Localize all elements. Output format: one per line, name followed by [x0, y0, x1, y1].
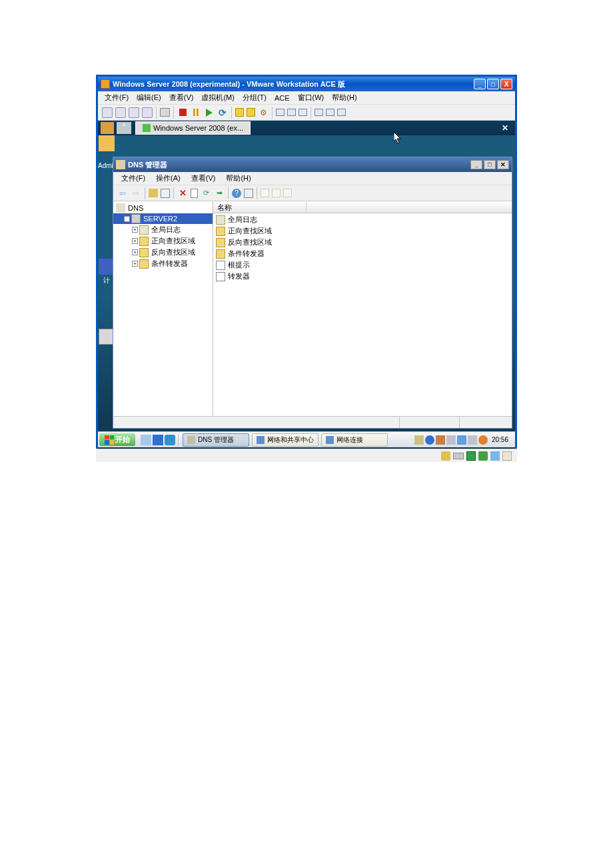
list-item[interactable]: 根提示	[213, 259, 512, 271]
dns-menu-help[interactable]: 帮助(H)	[221, 173, 256, 183]
list-icon[interactable]	[272, 189, 281, 197]
taskbar-network-center[interactable]: 网络和共享中心	[252, 433, 318, 447]
tree-global-log[interactable]: + 全局日志	[113, 224, 213, 235]
collapse-icon[interactable]: -	[124, 216, 130, 222]
sidebar-tab-icon[interactable]: ≡	[117, 122, 131, 134]
dns-titlebar[interactable]: DNS 管理器 _ □ ✕	[113, 157, 512, 172]
refresh-button[interactable]: ⟳	[217, 107, 228, 118]
tree-conditional-forwarder[interactable]: + 条件转发器	[113, 258, 213, 269]
tray-icon[interactable]	[457, 435, 466, 445]
unity-icon[interactable]	[314, 109, 323, 116]
list-item[interactable]: 转发器	[213, 271, 512, 282]
export-icon[interactable]: ➡	[214, 188, 225, 199]
menu-file[interactable]: 文件(F)	[101, 93, 133, 103]
expand-icon[interactable]: +	[132, 238, 138, 244]
menu-vm[interactable]: 虚拟机(M)	[197, 93, 239, 103]
list-item[interactable]: 全局日志	[213, 214, 512, 225]
menu-group[interactable]: 分组(T)	[239, 93, 271, 103]
outer-titlebar[interactable]: Windows Server 2008 (experimental) - VMw…	[98, 77, 515, 91]
close-button[interactable]: X	[500, 79, 512, 89]
help-icon[interactable]: ?	[232, 189, 241, 198]
disk-icon[interactable]	[102, 107, 113, 118]
taskbar-network-connections[interactable]: 网络连接	[321, 433, 388, 447]
properties-icon[interactable]	[161, 189, 170, 198]
disk-icon[interactable]	[115, 107, 126, 118]
dns-minimize-button[interactable]: _	[470, 160, 482, 169]
snapshot-icon[interactable]	[247, 108, 255, 117]
monitor-icon[interactable]	[160, 108, 170, 117]
tray-network-icon[interactable]	[468, 435, 477, 445]
tree-forward-zone[interactable]: + 正向查找区域	[113, 235, 213, 247]
start-button[interactable]: 开始	[99, 433, 135, 446]
menu-ace[interactable]: ACE	[271, 94, 294, 102]
desktop-folder-icon[interactable]	[98, 135, 115, 153]
list-item[interactable]: 正向查找区域	[213, 225, 512, 237]
vm-usb-icon[interactable]	[502, 451, 512, 461]
nav-icon[interactable]	[142, 107, 153, 118]
expand-icon[interactable]: +	[132, 261, 138, 267]
menu-view[interactable]: 查看(V)	[165, 93, 198, 103]
home-tab-icon[interactable]	[101, 122, 114, 134]
tray-clock[interactable]: 20:56	[489, 436, 511, 443]
vm-disk-icon[interactable]	[453, 453, 464, 459]
folder-icon	[139, 237, 149, 246]
ie-icon[interactable]	[165, 435, 175, 445]
filter-icon[interactable]	[244, 189, 253, 198]
fullscreen-icon[interactable]	[326, 109, 334, 116]
back-icon[interactable]: ⇦	[117, 188, 128, 199]
refresh-icon[interactable]: ⟳	[201, 188, 211, 199]
vm-cdrom-icon[interactable]	[466, 451, 476, 461]
expand-icon[interactable]: +	[132, 249, 138, 255]
dns-menu-file[interactable]: 文件(F)	[116, 173, 151, 183]
play-button[interactable]	[204, 107, 215, 118]
minimize-button[interactable]: _	[474, 79, 486, 89]
menu-help[interactable]: 帮助(H)	[328, 93, 360, 103]
tray-icon[interactable]	[446, 435, 456, 445]
vm-tab[interactable]: Windows Server 2008 (ex...	[135, 121, 251, 135]
explorer-icon[interactable]	[153, 435, 163, 445]
column-name[interactable]: 名称	[213, 201, 306, 213]
guest-desktop[interactable]: Admin 计 DNS 管理器 _ □ ✕ 文件(F) 操作(A) 查看(V) …	[98, 135, 515, 462]
view-icon[interactable]	[299, 109, 307, 116]
forward-icon[interactable]: ⇨	[131, 188, 141, 199]
dns-close-button[interactable]: ✕	[497, 160, 509, 169]
list-icon[interactable]	[261, 189, 269, 197]
up-folder-icon[interactable]	[149, 189, 158, 197]
list-item[interactable]: 反向查找区域	[213, 237, 512, 248]
dns-tree-panel[interactable]: DNS - SERVER2 + 全局日志 +	[113, 201, 213, 416]
dns-menu-action[interactable]: 操作(A)	[151, 173, 186, 183]
view-icon[interactable]	[276, 109, 285, 116]
manage-icon[interactable]: ⚙	[258, 107, 269, 118]
menu-edit[interactable]: 编辑(E)	[133, 93, 165, 103]
tab-close-icon[interactable]: ✕	[498, 123, 512, 133]
dns-maximize-button[interactable]: □	[484, 160, 496, 169]
fullscreen-icon[interactable]	[337, 109, 346, 116]
menu-window[interactable]: 窗口(W)	[294, 93, 328, 103]
tree-server-node[interactable]: - SERVER2	[113, 213, 213, 224]
list-body[interactable]: 全局日志 正向查找区域 反向查找区域 条件转发器	[213, 213, 512, 416]
expand-icon[interactable]: +	[132, 227, 138, 233]
show-desktop-icon[interactable]	[141, 435, 151, 445]
tray-icon[interactable]	[436, 435, 445, 445]
vm-lock-icon[interactable]	[441, 451, 450, 461]
maximize-button[interactable]: □	[487, 79, 499, 89]
view-icon[interactable]	[287, 109, 296, 116]
vm-sound-icon[interactable]	[490, 451, 500, 461]
tray-alert-icon[interactable]	[478, 435, 488, 445]
tree-root-dns[interactable]: DNS	[113, 203, 213, 213]
vm-network-icon[interactable]	[478, 451, 488, 461]
delete-icon[interactable]: ✕	[177, 188, 188, 199]
dns-menu-view[interactable]: 查看(V)	[186, 173, 221, 183]
tray-icon[interactable]	[414, 435, 424, 445]
snapshot-icon[interactable]	[235, 108, 244, 117]
tray-help-icon[interactable]	[425, 435, 434, 445]
list-item[interactable]: 条件转发器	[213, 248, 512, 259]
tree-reverse-zone[interactable]: + 反向查找区域	[113, 247, 213, 258]
taskbar-dns-manager[interactable]: DNS 管理器	[183, 433, 249, 447]
tree-label: DNS	[128, 204, 143, 212]
refresh-icon[interactable]	[191, 189, 198, 198]
list-icon[interactable]	[283, 189, 292, 197]
nav-icon[interactable]	[129, 107, 139, 118]
pause-button[interactable]	[191, 107, 201, 118]
stop-button[interactable]	[177, 107, 188, 118]
